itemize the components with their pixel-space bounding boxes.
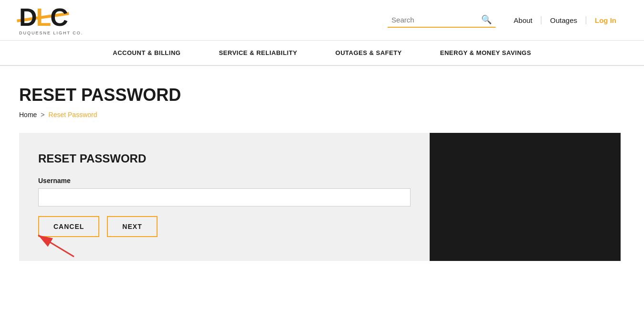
search-icon: 🔍: [481, 14, 492, 25]
nav-service-reliability[interactable]: SERVICE & RELIABILITY: [219, 49, 297, 56]
nav-account-billing[interactable]: ACCOUNT & BILLING: [113, 49, 180, 56]
about-link[interactable]: About: [505, 16, 541, 24]
header-right: 🔍 About Outages Log In: [388, 12, 625, 28]
form-section: RESET PASSWORD Username CANCEL NEXT: [19, 133, 621, 261]
search-wrapper[interactable]: 🔍: [388, 12, 496, 28]
breadcrumb-home-link[interactable]: Home: [19, 111, 37, 119]
svg-line-1: [38, 235, 74, 257]
page-title: RESET PASSWORD: [19, 85, 625, 105]
breadcrumb-separator: >: [41, 111, 44, 119]
nav-energy-savings[interactable]: ENERGY & MONEY SAVINGS: [440, 49, 531, 56]
button-row: CANCEL NEXT: [38, 216, 411, 237]
outages-link[interactable]: Outages: [541, 16, 586, 24]
breadcrumb: Home > Reset Password: [19, 111, 625, 119]
form-panel: RESET PASSWORD Username CANCEL NEXT: [19, 133, 430, 261]
username-label: Username: [38, 177, 411, 184]
main-nav: ACCOUNT & BILLING SERVICE & RELIABILITY …: [0, 41, 644, 66]
nav-outages-safety[interactable]: OUTAGES & SAFETY: [336, 49, 402, 56]
header: DLC DUQUESNE LIGHT CO. 🔍 About Outages L…: [0, 0, 644, 41]
logo-area: DLC DUQUESNE LIGHT CO.: [19, 5, 83, 35]
logo-subtitle: DUQUESNE LIGHT CO.: [19, 31, 83, 35]
next-button[interactable]: NEXT: [107, 216, 157, 237]
page-content: RESET PASSWORD Home > Reset Password RES…: [0, 66, 644, 290]
form-title: RESET PASSWORD: [38, 152, 411, 165]
arrow-annotation: [33, 230, 76, 259]
login-link[interactable]: Log In: [586, 16, 625, 24]
username-group: Username: [38, 177, 411, 206]
header-nav: About Outages Log In: [505, 16, 625, 24]
search-input[interactable]: [391, 16, 477, 24]
breadcrumb-current: Reset Password: [49, 111, 97, 119]
side-panel-image: [430, 133, 621, 261]
logo: DLC: [19, 5, 67, 30]
username-input[interactable]: [38, 188, 411, 206]
